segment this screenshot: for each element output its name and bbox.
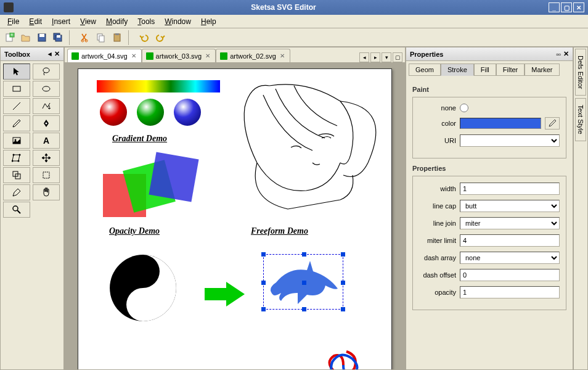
side-tab-defs-editor[interactable]: Defs Editor [575,49,586,96]
cut-button[interactable] [78,30,92,45]
paint-uri-select[interactable] [460,134,560,147]
miterlimit-input[interactable] [460,234,560,247]
tab-filter[interactable]: Filter [496,64,525,76]
tool-lasso[interactable] [33,64,60,80]
close-panel-icon[interactable]: ✕ [563,50,569,58]
paint-color-swatch[interactable] [460,118,541,129]
resize-handle-ne[interactable] [341,252,345,257]
paint-none-radio[interactable] [460,104,468,112]
tab-menu-button[interactable]: ▾ [382,52,391,62]
tab-label: artwork_03.svg [156,52,202,60]
menu-insert[interactable]: Insert [47,16,75,27]
tab-artwork-02[interactable]: artwork_02.svg ✕ [216,49,290,62]
tool-ellipse[interactable] [33,81,60,97]
tab-fill[interactable]: Fill [474,64,496,76]
tool-eyedropper[interactable] [3,184,30,200]
gradient-demo-label[interactable]: Gradient Demo [112,134,167,144]
opacity-demo-label[interactable]: Opacity Demo [109,226,160,236]
freeform-demo-label[interactable]: Freeform Demo [251,226,308,236]
tool-hand[interactable] [33,184,60,200]
tab-close-button[interactable]: ✕ [279,52,286,59]
menu-view[interactable]: View [75,16,101,27]
dock-icon[interactable]: ▫▫ [556,51,561,58]
tab-prev-button[interactable]: ◂ [359,52,369,62]
side-tabs: Defs Editor Text Style [573,47,588,370]
tool-polyline[interactable] [33,98,60,114]
dashoffset-input[interactable] [460,269,560,281]
window-title: Sketsa SVG Editor [18,3,549,12]
resize-handle-se[interactable] [341,307,345,311]
canvas-viewport[interactable]: Gradient Demo Opacity Demo [65,62,405,369]
sphere-red-shape[interactable] [100,99,127,126]
svg-rect-28 [43,172,49,178]
tool-zoom[interactable] [3,202,30,218]
center-handle[interactable] [302,281,306,285]
save-button[interactable] [35,30,49,45]
tab-close-button[interactable]: ✕ [130,52,137,59]
menu-tools[interactable]: Tools [133,16,160,27]
tool-crop[interactable] [33,167,60,183]
tool-line[interactable] [3,98,30,114]
linejoin-label: line join [419,220,456,227]
side-tab-text-style[interactable]: Text Style [575,98,586,141]
sphere-blue-shape[interactable] [174,99,201,126]
tab-close-button[interactable]: ✕ [204,52,211,59]
maximize-button[interactable]: ▢ [561,2,572,12]
tab-marker[interactable]: Marker [525,64,559,76]
resize-handle-nw[interactable] [261,252,266,257]
new-file-button[interactable]: + [2,30,17,45]
tool-pointer[interactable] [3,64,30,80]
menu-window[interactable]: Window [160,16,196,27]
tab-artwork-04[interactable]: artwork_04.svg ✕ [67,49,142,62]
tab-stroke[interactable]: Stroke [441,64,474,76]
swirl-shape[interactable] [325,347,362,369]
svg-point-23 [19,154,21,156]
tool-pen[interactable] [33,115,60,131]
eyedropper-button[interactable] [545,117,560,130]
redo-button[interactable] [153,30,168,45]
linejoin-select[interactable]: miter [460,217,560,229]
linecap-select[interactable]: butt [460,200,560,212]
tab-geom[interactable]: Geom [409,64,441,76]
collapse-icon[interactable]: ◂ [48,50,52,58]
maximize-view-button[interactable]: ▢ [393,52,402,62]
canvas-page[interactable]: Gradient Demo Opacity Demo [78,68,392,369]
width-input[interactable] [460,183,560,195]
tool-move[interactable] [33,150,60,166]
menu-edit[interactable]: Edit [24,16,47,27]
save-all-button[interactable] [51,30,65,45]
gradient-bar-shape[interactable] [97,80,220,92]
resize-handle-w[interactable] [261,281,266,285]
tool-transform[interactable] [3,150,30,166]
anime-face-shape[interactable] [232,76,393,212]
menu-file[interactable]: File [2,16,24,27]
resize-handle-sw[interactable] [261,307,266,311]
copy-button[interactable] [94,30,108,45]
tool-shape-builder[interactable] [3,167,30,183]
open-file-button[interactable] [18,30,33,45]
opacity-input[interactable] [460,286,560,298]
tab-next-button[interactable]: ▸ [370,52,380,62]
menu-modify[interactable]: Modify [101,16,133,27]
close-button[interactable]: ✕ [573,2,584,12]
tab-artwork-03[interactable]: artwork_03.svg ✕ [142,49,216,62]
sphere-green-shape[interactable] [137,99,164,126]
yinyang-shape[interactable] [109,254,177,322]
dasharray-select[interactable]: none [460,252,560,264]
arrow-shape[interactable] [202,279,251,310]
resize-handle-n[interactable] [302,252,306,257]
undo-button[interactable] [137,30,152,45]
paste-button[interactable] [110,30,125,45]
menu-help[interactable]: Help [196,16,221,27]
selection-bounds[interactable] [263,254,343,310]
tool-text[interactable]: A [33,133,60,149]
tool-rectangle[interactable] [3,81,30,97]
tool-image[interactable] [3,133,30,149]
close-panel-icon[interactable]: ✕ [54,50,60,58]
tool-pencil[interactable] [3,115,30,131]
square-blue-shape[interactable] [149,152,198,202]
paint-section-title: Paint [412,86,566,93]
resize-handle-e[interactable] [341,281,345,285]
resize-handle-s[interactable] [302,307,306,311]
minimize-button[interactable]: _ [549,2,560,12]
